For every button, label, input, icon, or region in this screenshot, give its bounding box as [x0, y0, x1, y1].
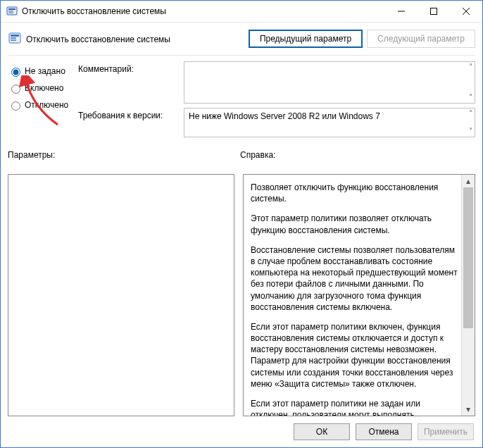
- setting-name: Отключить восстановление системы: [26, 34, 249, 44]
- policy-dialog: Отключить восстановление системы Отключи…: [0, 0, 483, 448]
- scroll-up-icon: ˄: [469, 110, 473, 118]
- help-text: Позволяет отключить функцию восстановлен…: [251, 182, 459, 416]
- help-p5: Если этот параметр политики не задан или…: [251, 398, 459, 416]
- cancel-button[interactable]: Отмена: [356, 423, 412, 440]
- next-setting-button: Следующий параметр: [367, 30, 475, 48]
- close-button[interactable]: [450, 1, 482, 22]
- state-radio-group: Не задано Включено Отключено: [8, 61, 78, 142]
- scroll-up-icon[interactable]: ▴: [462, 175, 475, 187]
- version-value: Не ниже Windows Server 2008 R2 или Windo…: [189, 111, 380, 121]
- radio-enabled-label: Включено: [25, 83, 63, 93]
- titlebar: Отключить восстановление системы: [1, 1, 482, 22]
- params-heading: Параметры:: [8, 150, 240, 160]
- help-p1: Позволяет отключить функцию восстановлен…: [251, 182, 459, 204]
- minimize-button[interactable]: [385, 1, 418, 22]
- scroll-down-icon: ˅: [469, 127, 473, 135]
- window-title: Отключить восстановление системы: [22, 6, 385, 16]
- dialog-buttons: ОК Отмена Применить: [1, 416, 482, 447]
- svg-rect-8: [11, 39, 16, 41]
- policy-icon: [8, 32, 22, 46]
- help-p4: Если этот параметр политики включен, фун…: [251, 321, 459, 390]
- radio-enabled[interactable]: Включено: [8, 80, 78, 97]
- radio-not-configured-input[interactable]: [11, 68, 20, 77]
- window-controls: [385, 1, 482, 22]
- radio-disabled-input[interactable]: [11, 101, 20, 111]
- scroll-down-icon: ˅: [469, 94, 473, 101]
- version-box: Не ниже Windows Server 2008 R2 или Windo…: [184, 108, 475, 137]
- divider: [8, 55, 475, 56]
- radio-not-configured-label: Не задано: [25, 66, 65, 76]
- svg-rect-2: [8, 11, 13, 12]
- scroll-up-icon: ˄: [469, 63, 473, 71]
- help-pane: Позволяет отключить функцию восстановлен…: [243, 174, 475, 416]
- scroll-track[interactable]: [462, 187, 475, 403]
- svg-rect-6: [11, 35, 19, 37]
- svg-rect-3: [8, 13, 13, 14]
- comment-input[interactable]: ˄ ˅: [184, 61, 475, 104]
- svg-rect-4: [431, 8, 437, 15]
- help-p3: Восстановление системы позволяет пользов…: [251, 244, 459, 313]
- radio-disabled[interactable]: Отключено: [8, 97, 78, 113]
- svg-rect-7: [11, 37, 16, 39]
- version-label: Требования к версии:: [78, 108, 184, 120]
- radio-not-configured[interactable]: Не задано: [8, 63, 78, 80]
- gpedit-icon: [6, 6, 18, 17]
- scroll-thumb[interactable]: [463, 187, 473, 328]
- help-heading: Справка:: [240, 150, 275, 160]
- params-pane: [8, 174, 234, 416]
- help-p2: Этот параметр политики позволяет отключа…: [251, 213, 459, 235]
- ok-button[interactable]: ОК: [294, 423, 350, 440]
- scroll-down-icon[interactable]: ▾: [462, 403, 475, 416]
- maximize-button[interactable]: [418, 1, 450, 22]
- radio-disabled-label: Отключено: [25, 100, 68, 110]
- help-scrollbar[interactable]: ▴ ▾: [461, 175, 475, 416]
- comment-label: Комментарий:: [78, 61, 184, 74]
- radio-enabled-input[interactable]: [11, 85, 20, 94]
- svg-rect-1: [8, 8, 15, 10]
- apply-button: Применить: [418, 423, 474, 440]
- previous-setting-button[interactable]: Предыдущий параметр: [249, 30, 363, 48]
- setting-header: Отключить восстановление системы Предыду…: [1, 22, 482, 52]
